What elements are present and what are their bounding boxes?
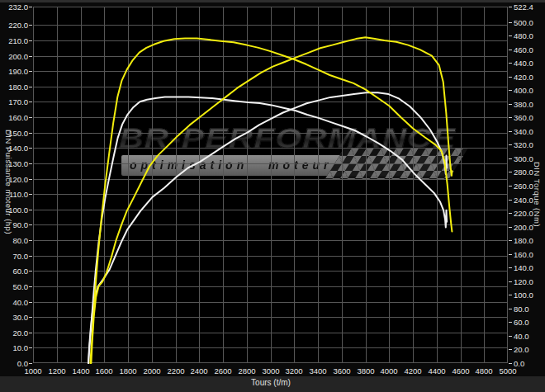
y-axis-right-tick-label: 420.0: [514, 73, 533, 82]
bottom-edge-strip: Tours (t/m): [0, 376, 545, 392]
y-axis-right-tick-label: 340.0: [514, 127, 533, 136]
y-axis-left-tick-label: 180.0: [0, 83, 28, 92]
y-axis-right-tick: [509, 22, 512, 23]
y-axis-right-tick: [509, 240, 512, 241]
dyno-chart: BR-Performance optimisation moteur DIN P…: [0, 0, 545, 392]
y-axis-right-tick-label: 260.0: [514, 182, 533, 191]
y-axis-right-tick-label: 280.0: [514, 168, 533, 177]
y-axis-right-tick-label: 220.0: [514, 209, 533, 218]
y-axis-right-tick-label: 20.0: [514, 345, 529, 354]
y-axis-right-tick-label: 522.4: [514, 2, 533, 12]
y-axis-left-tick-label: 210.0: [0, 36, 28, 45]
y-axis-right-tick: [509, 158, 512, 159]
x-axis-tick-label: 1400: [72, 366, 89, 375]
y-axis-right-tick: [509, 117, 512, 118]
x-axis-title: Tours (t/m): [251, 378, 291, 387]
y-axis-left-tick-label: 232.0: [0, 2, 28, 12]
y-axis-left-tick-label: 130.0: [0, 159, 28, 168]
y-axis-right-tick: [509, 50, 512, 50]
y-axis-left-tick-label: 90.0: [0, 220, 28, 229]
y-axis-left-tick: [29, 302, 32, 303]
y-axis-right-tick: [509, 63, 512, 64]
top-edge-strip: [0, 0, 545, 2]
y-axis-right-tick-label: 100.0: [514, 290, 533, 300]
y-axis-left-tick: [29, 224, 32, 225]
x-axis-tick-label: 4200: [404, 366, 421, 375]
y-axis-left-tick-label: 160.0: [0, 113, 28, 122]
x-axis-tick-label: 1600: [95, 366, 112, 375]
y-axis-left-tick: [29, 347, 32, 348]
y-axis-right-tick: [509, 254, 512, 255]
y-axis-left-tick: [29, 194, 32, 195]
x-axis-tick-label: 1800: [119, 366, 136, 375]
x-axis-tick-label: 3000: [262, 366, 279, 375]
y-axis-right-tick-label: 360.0: [514, 113, 533, 122]
y-axis-right-tick: [509, 7, 512, 7]
y-axis-right-tick-label: 380.0: [514, 100, 533, 109]
y-axis-right-tick: [509, 104, 512, 105]
y-axis-left-tick-label: 80.0: [0, 236, 28, 245]
y-axis-left-tick: [29, 317, 32, 318]
y-axis-left-tick: [29, 333, 32, 333]
axis-labels-layer: DIN Puissance moteur (hp) DIN Torque (Nm…: [0, 0, 545, 392]
y-axis-right-tick-label: 0.0: [514, 359, 524, 368]
y-axis-left-tick-label: 50.0: [0, 282, 28, 291]
y-axis-right-tick: [509, 77, 512, 78]
y-axis-right-tick-label: 160.0: [514, 250, 533, 259]
y-axis-right-tick: [509, 172, 512, 172]
y-axis-right-tick-label: 120.0: [514, 277, 533, 286]
y-axis-left-tick: [29, 256, 32, 257]
y-axis-right-tick-label: 440.0: [514, 59, 533, 68]
y-axis-right-tick-label: 300.0: [514, 154, 533, 163]
y-axis-left-tick-label: 30.0: [0, 313, 28, 322]
y-axis-left-tick: [29, 7, 32, 7]
y-axis-right-tick: [509, 90, 512, 91]
x-axis-tick-label: 2600: [214, 366, 231, 375]
y-axis-left-tick: [29, 25, 32, 26]
y-axis-right-tick: [509, 131, 512, 132]
y-axis-right-tick-label: 460.0: [514, 45, 533, 54]
y-axis-right-tick: [509, 200, 512, 201]
y-axis-left-tick-label: 100.0: [0, 205, 28, 215]
y-axis-left-tick-label: 150.0: [0, 129, 28, 138]
y-axis-right-tick-label: 320.0: [514, 140, 533, 149]
y-axis-right-tick: [509, 349, 512, 350]
y-axis-left-tick: [29, 240, 32, 241]
y-axis-right-tick: [509, 227, 512, 228]
y-axis-left-tick: [29, 363, 32, 364]
y-axis-right-tick: [509, 322, 512, 323]
y-axis-left-tick: [29, 87, 32, 87]
y-axis-left-tick-label: 0.0: [0, 359, 28, 368]
y-axis-left-tick-label: 60.0: [0, 267, 28, 276]
y-axis-right-tick: [509, 35, 512, 36]
y-axis-left-tick: [29, 40, 32, 41]
y-axis-right-tick: [509, 213, 512, 214]
y-axis-right-tick: [509, 309, 512, 309]
x-axis-tick-label: 3200: [285, 366, 302, 375]
y-axis-left-tick: [29, 163, 32, 164]
y-axis-left-tick-label: 20.0: [0, 328, 28, 338]
y-axis-right-tick-label: 140.0: [514, 263, 533, 272]
y-axis-left-tick-label: 220.0: [0, 21, 28, 30]
y-axis-left-tick: [29, 271, 32, 272]
x-axis-tick-label: 4400: [428, 366, 445, 375]
y-axis-left-tick: [29, 179, 32, 180]
y-axis-right-tick: [509, 267, 512, 268]
y-axis-left-tick-label: 120.0: [0, 175, 28, 184]
y-axis-left-tick: [29, 286, 32, 287]
y-axis-right-tick-label: 200.0: [514, 223, 533, 232]
x-axis-tick-label: 4600: [452, 366, 469, 375]
y-axis-right-tick-label: 400.0: [514, 86, 533, 95]
x-axis-tick-label: 4000: [380, 366, 397, 375]
y-axis-right-tick-label: 500.0: [514, 18, 533, 27]
y-axis-left-tick-label: 170.0: [0, 97, 28, 106]
y-axis-left-tick-label: 200.0: [0, 52, 28, 61]
y-axis-left-tick: [29, 117, 32, 118]
y-axis-left-tick-label: 70.0: [0, 252, 28, 261]
right-axis-title: DIN Torque (Nm): [533, 162, 542, 227]
y-axis-left-tick: [29, 133, 32, 134]
y-axis-left-tick: [29, 56, 32, 57]
y-axis-left-tick: [29, 148, 32, 149]
x-axis-tick-label: 4800: [475, 366, 492, 375]
y-axis-right-tick-label: 60.0: [514, 318, 529, 327]
